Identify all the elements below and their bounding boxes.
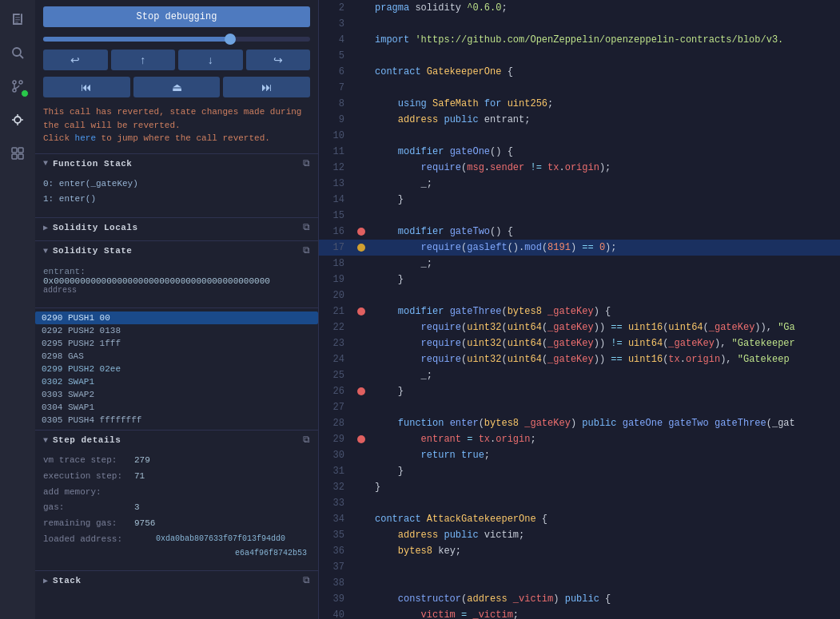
line-content-39: constructor(address _victim) public { [368,591,840,607]
line-number-24: 24 [319,351,354,367]
jump-start-button[interactable]: ⏮ [43,77,130,97]
breakpoint-dot-29 [357,435,365,443]
code-panel: 2pragma solidity ^0.6.0;34import 'https:… [319,0,840,619]
revert-link[interactable]: here [75,133,96,143]
code-line-34: 34contract AttackGatekeeperOne { [319,511,840,527]
line-number-23: 23 [319,335,354,351]
code-line-24: 24 require(uint32(uint64(_gateKey)) == u… [319,351,840,367]
solidity-locals-copy-icon[interactable]: ⧉ [303,222,310,233]
code-line-33: 33 [319,495,840,511]
code-line-4: 4import 'https://github.com/OpenZeppelin… [319,32,840,48]
line-content-14: } [368,192,840,208]
solidity-state-header[interactable]: ▼ Solidity State ⧉ [35,241,318,260]
asm-item-0303[interactable]: 0303 SWAP2 [35,388,318,401]
line-number-26: 26 [319,383,354,399]
stack-copy-icon[interactable]: ⧉ [303,575,310,586]
asm-item-0298[interactable]: 0298 GAS [35,350,318,363]
code-line-11: 11 modifier gateOne() { [319,144,840,160]
svg-rect-19 [12,154,17,159]
code-line-27: 27 [319,399,840,415]
line-number-16: 16 [319,224,354,240]
line-gutter-29 [354,431,368,447]
asm-item-0290[interactable]: 0290 PUSH1 00 [35,311,318,324]
step-details-content: vm trace step: 279 execution step: 71 ad… [35,450,318,567]
search-icon[interactable] [5,40,30,65]
step-into-button[interactable]: ↓ [178,50,243,70]
line-number-25: 25 [319,367,354,383]
git-icon[interactable] [5,73,30,99]
step-details-title: Step details [53,435,298,445]
state-entrant-value: 0x00000000000000000000000000000000000000… [43,276,310,286]
step-forward-button[interactable]: ↪ [246,50,311,70]
asm-item-0295[interactable]: 0295 PUSH2 1fff [35,337,318,350]
line-content-16: modifier gateTwo() { [368,224,840,240]
line-content-20 [368,288,840,304]
code-line-39: 39 constructor(address _victim) public { [319,591,840,607]
asm-item-0299[interactable]: 0299 PUSH2 02ee [35,363,318,375]
solidity-locals-header[interactable]: ▶ Solidity Locals ⧉ [35,218,318,237]
function-stack-content: 0: enter(_gateKey) 1: enter() [35,173,318,215]
asm-item-0305[interactable]: 0305 PUSH4 ffffffff [35,414,318,427]
extensions-icon[interactable] [5,141,30,166]
jump-end-button[interactable]: ⏭ [223,77,310,97]
line-content-22: require(uint32(uint64(_gateKey)) == uint… [368,319,840,335]
solidity-state-copy-icon[interactable]: ⧉ [303,245,310,256]
function-stack-arrow: ▼ [43,159,48,168]
line-gutter-36 [354,543,368,559]
line-content-4: import 'https://github.com/OpenZeppelin/… [368,32,840,48]
stack-header[interactable]: ▶ Stack ⧉ [35,571,318,590]
line-gutter-5 [354,48,368,64]
line-number-13: 13 [319,176,354,192]
line-gutter-18 [354,256,368,272]
line-content-23: require(uint32(uint64(_gateKey)) != uint… [368,335,840,351]
line-number-22: 22 [319,319,354,335]
state-entrant: entrant: 0x00000000000000000000000000000… [43,267,310,295]
line-number-18: 18 [319,256,354,272]
exec-dot-17 [357,244,365,252]
step-details-copy-icon[interactable]: ⧉ [303,434,310,446]
function-stack-title: Function Stack [53,159,298,169]
state-entrant-label: entrant: [43,267,310,276]
line-number-2: 2 [319,0,354,16]
line-content-12: require(msg.sender != tx.origin); [368,160,840,176]
step-over-back-button[interactable]: ↑ [111,50,176,70]
files-icon[interactable] [5,6,30,32]
line-content-33 [368,495,840,511]
asm-item-0304[interactable]: 0304 SWAP1 [35,401,318,414]
slider-thumb[interactable] [225,34,236,45]
code-line-20: 20 [319,288,840,304]
solidity-state-arrow: ▼ [43,247,48,256]
svg-rect-2 [13,23,22,25]
line-gutter-37 [354,559,368,575]
stack-entry-1: 1: enter() [43,192,310,208]
step-back-button[interactable]: ↩ [43,50,108,70]
debug-slider-track[interactable] [43,37,310,42]
asm-item-0302[interactable]: 0302 SWAP1 [35,375,318,388]
line-gutter-8 [354,96,368,112]
stop-debugging-button[interactable]: Stop debugging [43,6,310,27]
line-number-30: 30 [319,447,354,463]
function-stack-header[interactable]: ▼ Function Stack ⧉ [35,154,318,173]
code-line-6: 6contract GatekeeperOne { [319,64,840,80]
line-number-6: 6 [319,64,354,80]
step-details-arrow: ▼ [43,436,48,445]
step-details-header[interactable]: ▼ Step details ⧉ [35,431,318,450]
line-content-27 [368,399,840,415]
code-line-40: 40 victim = _victim; [319,607,840,619]
solidity-state-title: Solidity State [53,246,298,256]
jump-breakpoint-button[interactable]: ⏏ [133,77,221,97]
svg-rect-18 [18,148,23,153]
line-gutter-16 [354,224,368,240]
svg-point-7 [13,48,21,56]
code-line-36: 36 bytes8 key; [319,543,840,559]
code-line-37: 37 [319,559,840,575]
debug-icon[interactable] [5,107,30,133]
line-gutter-25 [354,367,368,383]
line-gutter-23 [354,335,368,351]
asm-item-0292[interactable]: 0292 PUSH2 0138 [35,324,318,337]
line-content-10 [368,128,840,144]
line-number-15: 15 [319,208,354,224]
line-content-24: require(uint32(uint64(_gateKey)) == uint… [368,351,840,367]
function-stack-copy-icon[interactable]: ⧉ [303,158,310,169]
line-gutter-11 [354,144,368,160]
